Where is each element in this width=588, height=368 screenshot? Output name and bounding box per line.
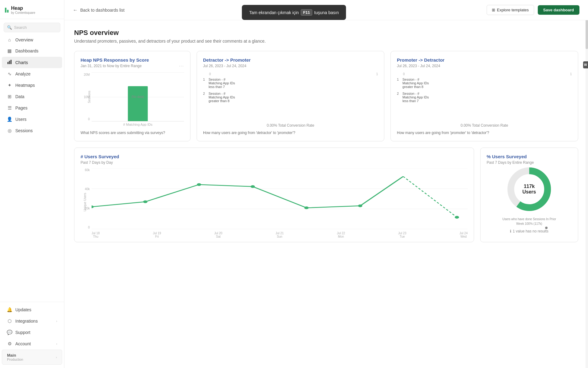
sidebar-item-label: Sessions: [15, 128, 33, 133]
chevron-right-icon: ›: [56, 355, 57, 359]
sidebar-item-charts[interactable]: Charts: [2, 57, 62, 68]
legend-dot: [545, 227, 548, 229]
sidebar-item-label: Support: [15, 330, 30, 335]
sidebar-item-label: Overview: [15, 37, 33, 42]
sidebar-item-support[interactable]: 💬 Support: [2, 327, 62, 338]
detractor-promoter-title: Detractor -> Promoter: [203, 57, 378, 63]
svg-point-8: [92, 205, 94, 208]
sidebar-item-updates[interactable]: 🔔 Updates: [2, 304, 62, 315]
promoter-detractor-date: Jul 26, 2023 - Jul 24, 2024: [397, 64, 572, 68]
main-content: Tam ekrandan çıkmak için F11 tuşuna bası…: [64, 0, 588, 368]
sidebar-item-dashboards[interactable]: ▦ Dashboards: [2, 45, 62, 56]
funnel-line1-1: Session - #: [209, 78, 235, 81]
search-bar[interactable]: 🔍 Search: [4, 23, 60, 32]
sessions-icon: ◎: [7, 128, 12, 133]
logo-name: Heap: [11, 6, 35, 11]
updates-icon: 🔔: [7, 307, 12, 312]
top-cards-row: Heap NPS Responses by Score Jan 31, 2021…: [74, 51, 578, 141]
pct-users-surveyed-card: % Users Surveyed Past 7 Days by Entire R…: [480, 148, 578, 242]
donut-center-value: 117k Users: [517, 184, 541, 195]
x-jul18: Jul 18Thu: [92, 232, 100, 238]
funnel-row-2: 2 Session - # Matching App IDs greater t…: [203, 92, 378, 103]
axis-min: 0: [209, 72, 374, 76]
line-chart-inner: Unique Users: [92, 168, 468, 236]
heap-nps-date: Jan 31, 2021 to Now by Entire Range: [81, 64, 141, 68]
funnel-line2-1: Matching App IDs: [209, 81, 235, 85]
sidebar-item-account[interactable]: ⚙ Account ›: [2, 338, 62, 349]
sidebar-item-label: Charts: [15, 60, 28, 65]
donut-chart-area: 117k Users Users who have done Sessions …: [487, 168, 572, 230]
sidebar: Heap by Contentsquare 🔍 Search ⌂ Overvie…: [0, 0, 64, 368]
pd-axis-min: 0: [403, 72, 567, 76]
info-icon: ℹ: [510, 229, 511, 233]
toast-text-before: Tam ekrandan çıkmak için: [249, 10, 299, 15]
svg-rect-0: [7, 62, 9, 64]
x-jul24: Jul 24Wed: [459, 232, 468, 238]
fullscreen-toast: Tam ekrandan çıkmak için F11 tuşuna bası…: [242, 5, 346, 20]
analyze-icon: ∿: [7, 71, 12, 77]
funnel-row-1: 1 Session - # Matching App IDs less than…: [203, 78, 378, 89]
detractor-promoter-card: Detractor -> Promoter Jul 26, 2023 - Jul…: [197, 51, 384, 141]
users-surveyed-subtitle: Past 7 Days by Day: [81, 160, 468, 165]
svg-point-13: [358, 205, 362, 207]
main-nav: ⌂ Overview ▦ Dashboards Charts ∿ Analyze…: [0, 34, 64, 136]
svg-point-14: [455, 216, 459, 219]
account-icon: ⚙: [7, 341, 12, 347]
bar-chart-inner: (No data) Sessions: [92, 72, 184, 121]
sidebar-item-analyze[interactable]: ∿ Analyze: [2, 68, 62, 79]
sidebar-item-label: Analyze: [15, 71, 31, 76]
workspace-subtitle: Production: [7, 358, 23, 361]
x-jul23: Jul 23Tue: [398, 232, 406, 238]
chevron-right-icon: ›: [56, 319, 57, 323]
detractor-promoter-date: Jul 26, 2023 - Jul 24, 2024: [203, 64, 378, 68]
back-link[interactable]: Back to dashboards list: [80, 8, 125, 13]
line-chart-svg: [92, 168, 468, 229]
x-jul21: Jul 21Sun: [276, 232, 284, 238]
scrollbar-thumb[interactable]: [586, 18, 588, 49]
x-jul20: Jul 20Sat: [214, 232, 222, 238]
pd-funnel-line2-2: Matching App IDs: [402, 95, 429, 99]
sidebar-item-integrations[interactable]: ⬡ Integrations ›: [2, 316, 62, 327]
sidebar-item-label: Account: [15, 341, 31, 346]
y-40k: 40k: [81, 187, 90, 191]
sidebar-item-label: Users: [15, 117, 27, 122]
x-axis-label: # Matching App IDs: [92, 123, 184, 126]
x-jul19: Jul 19Fri: [153, 232, 161, 238]
x-axis-labels: Jul 18Thu Jul 19Fri Jul 20Sat Jul 21Sun …: [92, 232, 468, 238]
workspace-selector[interactable]: Main Production ›: [2, 350, 62, 365]
no-data-label: (No data): [128, 95, 148, 121]
side-marker-w: W: [583, 61, 588, 68]
pages-icon: ☰: [7, 105, 12, 111]
pd-funnel-line1-1: Session - #: [402, 78, 429, 81]
no-results-note: ℹ 1 value has no results: [510, 229, 548, 233]
heap-nps-card: Heap NPS Responses by Score Jan 31, 2021…: [74, 51, 190, 141]
unique-users-label: Unique Users: [83, 193, 87, 212]
sidebar-item-users[interactable]: 👤 Users: [2, 114, 62, 125]
heap-nps-menu[interactable]: ···: [179, 64, 184, 68]
svg-point-11: [251, 185, 255, 188]
dashboards-icon: ▦: [7, 48, 12, 54]
sidebar-item-heatmaps[interactable]: ✦ Heatmaps: [2, 80, 62, 91]
users-icon: 👤: [7, 117, 12, 122]
pd-funnel-row-2: 2 Session - # Matching App IDs less than…: [397, 92, 572, 103]
explore-templates-button[interactable]: ⊞ Explore templates: [487, 5, 534, 15]
scrollbar-track[interactable]: [586, 0, 588, 368]
sidebar-item-overview[interactable]: ⌂ Overview: [2, 34, 62, 45]
pd-funnel-line1-2: Session - #: [402, 92, 429, 95]
sidebar-item-sessions[interactable]: ◎ Sessions: [2, 125, 62, 136]
sidebar-item-data[interactable]: ⊞ Data: [2, 91, 62, 102]
pd-conversion-rate: 0.00% Total Conversion Rate: [397, 120, 572, 128]
dp-conversion-rate: 0.00% Total Conversion Rate: [203, 120, 378, 128]
y-0: 0: [81, 226, 90, 229]
save-dashboard-button[interactable]: Save dashboard: [538, 5, 579, 15]
svg-point-10: [197, 183, 201, 186]
sidebar-item-label: Heatmaps: [15, 83, 35, 88]
bar-chart-area: 20M 10M 0 (No data) Sessions: [81, 72, 184, 128]
sidebar-item-pages[interactable]: ☰ Pages: [2, 102, 62, 113]
back-arrow-icon: ←: [73, 7, 78, 13]
pd-footer: How many users are going from 'promoter'…: [397, 131, 572, 135]
funnel-num-2: 2: [203, 92, 207, 95]
pd-funnel-axis: 0 1: [397, 72, 572, 76]
bottom-cards-row: # Users Surveyed Past 7 Days by Day 60k …: [74, 148, 578, 242]
gridline-top: [92, 72, 184, 73]
